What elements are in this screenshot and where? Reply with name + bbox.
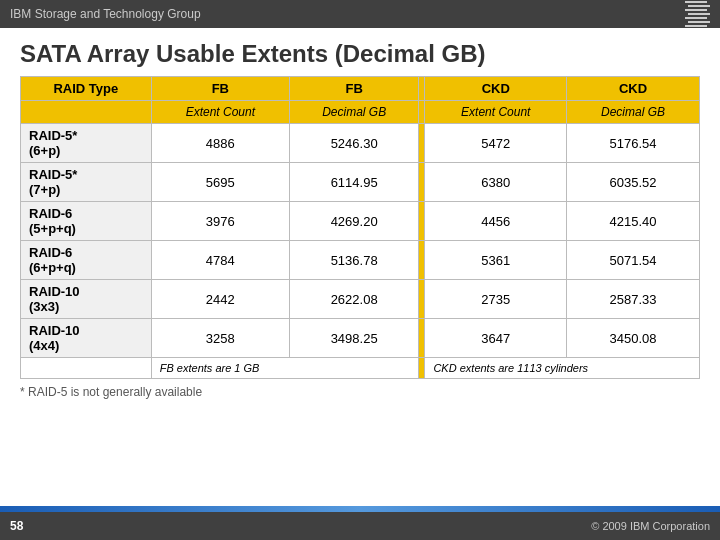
fb-footnote: FB extents are 1 GB bbox=[151, 358, 419, 379]
ckd-extent-cell: 6380 bbox=[425, 163, 567, 202]
ckd-decimal-cell: 3450.08 bbox=[567, 319, 700, 358]
footnote-text: * RAID-5 is not generally available bbox=[20, 385, 202, 399]
copyright-text: © 2009 IBM Corporation bbox=[591, 520, 710, 532]
ckd-decimal-cell: 5071.54 bbox=[567, 241, 700, 280]
ckd-decimal-cell: 4215.40 bbox=[567, 202, 700, 241]
sub-ckd-decimal: Decimal GB bbox=[567, 101, 700, 124]
table-row: RAID-10 (3x3)24422622.0827352587.33 bbox=[21, 280, 700, 319]
sub-fb-decimal: Decimal GB bbox=[289, 101, 419, 124]
ckd-extent-cell: 5472 bbox=[425, 124, 567, 163]
raid-type-cell: RAID-5* (7+p) bbox=[21, 163, 152, 202]
ckd-decimal-cell: 2587.33 bbox=[567, 280, 700, 319]
footnote-section: * RAID-5 is not generally available bbox=[0, 379, 720, 399]
ckd-decimal-cell: 5176.54 bbox=[567, 124, 700, 163]
table-container: RAID Type FB FB CKD CKD Extent Count Dec… bbox=[0, 76, 720, 379]
footnote-empty bbox=[21, 358, 152, 379]
fb-extent-cell: 5695 bbox=[151, 163, 289, 202]
ckd-decimal-cell: 6035.52 bbox=[567, 163, 700, 202]
fb-extent-cell: 2442 bbox=[151, 280, 289, 319]
fb-decimal-cell: 4269.20 bbox=[289, 202, 419, 241]
col-fb2: FB bbox=[289, 77, 419, 101]
col-fb1: FB bbox=[151, 77, 289, 101]
header-bar: IBM Storage and Technology Group bbox=[0, 0, 720, 28]
sub-ckd-extent: Extent Count bbox=[425, 101, 567, 124]
fb-decimal-cell: 5246.30 bbox=[289, 124, 419, 163]
ibm-logo-bars bbox=[685, 1, 710, 28]
fb-extent-cell: 3258 bbox=[151, 319, 289, 358]
ckd-extent-cell: 2735 bbox=[425, 280, 567, 319]
ckd-extent-cell: 5361 bbox=[425, 241, 567, 280]
header-title: IBM Storage and Technology Group bbox=[10, 7, 201, 21]
fb-decimal-cell: 2622.08 bbox=[289, 280, 419, 319]
table-row: RAID-10 (4x4)32583498.2536473450.08 bbox=[21, 319, 700, 358]
table-row: RAID-6 (6+p+q)47845136.7853615071.54 bbox=[21, 241, 700, 280]
sub-raid bbox=[21, 101, 152, 124]
page-footer: 58 © 2009 IBM Corporation bbox=[0, 512, 720, 540]
fb-decimal-cell: 5136.78 bbox=[289, 241, 419, 280]
table-row: RAID-5* (7+p)56956114.9563806035.52 bbox=[21, 163, 700, 202]
raid-type-cell: RAID-6 (5+p+q) bbox=[21, 202, 152, 241]
table-row: RAID-5* (6+p)48865246.3054725176.54 bbox=[21, 124, 700, 163]
table-header-row1: RAID Type FB FB CKD CKD bbox=[21, 77, 700, 101]
col-ckd2: CKD bbox=[567, 77, 700, 101]
fb-extent-cell: 3976 bbox=[151, 202, 289, 241]
raid-type-cell: RAID-5* (6+p) bbox=[21, 124, 152, 163]
ckd-footnote: CKD extents are 1113 cylinders bbox=[425, 358, 700, 379]
page-title: SATA Array Usable Extents (Decimal GB) bbox=[0, 28, 720, 76]
fb-extent-cell: 4784 bbox=[151, 241, 289, 280]
raid-type-cell: RAID-10 (4x4) bbox=[21, 319, 152, 358]
raid-type-cell: RAID-6 (6+p+q) bbox=[21, 241, 152, 280]
fb-decimal-cell: 6114.95 bbox=[289, 163, 419, 202]
ibm-logo bbox=[685, 1, 710, 28]
ckd-extent-cell: 3647 bbox=[425, 319, 567, 358]
fb-decimal-cell: 3498.25 bbox=[289, 319, 419, 358]
table-foot: FB extents are 1 GB CKD extents are 1113… bbox=[21, 358, 700, 379]
table-body: RAID-5* (6+p)48865246.3054725176.54RAID-… bbox=[21, 124, 700, 358]
data-table: RAID Type FB FB CKD CKD Extent Count Dec… bbox=[20, 76, 700, 379]
col-ckd1: CKD bbox=[425, 77, 567, 101]
page-number: 58 bbox=[10, 519, 23, 533]
sub-fb-extent: Extent Count bbox=[151, 101, 289, 124]
table-header-row2: Extent Count Decimal GB Extent Count Dec… bbox=[21, 101, 700, 124]
table-row: RAID-6 (5+p+q)39764269.2044564215.40 bbox=[21, 202, 700, 241]
raid-type-cell: RAID-10 (3x3) bbox=[21, 280, 152, 319]
ckd-extent-cell: 4456 bbox=[425, 202, 567, 241]
fb-extent-cell: 4886 bbox=[151, 124, 289, 163]
table-footnote-row: FB extents are 1 GB CKD extents are 1113… bbox=[21, 358, 700, 379]
col-raid-type: RAID Type bbox=[21, 77, 152, 101]
